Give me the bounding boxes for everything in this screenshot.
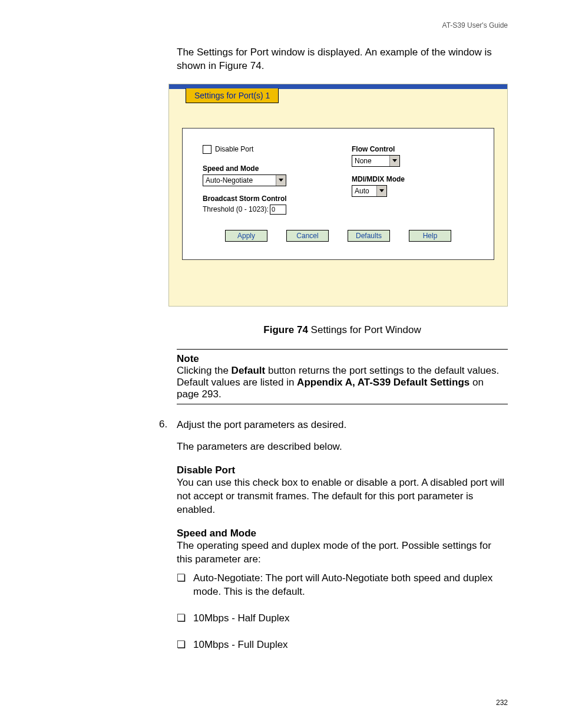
speed-mode-section: Speed and Mode The operating speed and d… <box>177 528 508 653</box>
window-inner: Disable Port Speed and Mode Auto-Negotia… <box>169 103 507 306</box>
flow-control-value: None <box>352 157 389 165</box>
note-body: Clicking the Default button returns the … <box>177 365 508 400</box>
figure-caption-rest: Settings for Port Window <box>308 324 421 335</box>
speed-mode-bullets: Auto-Negotiate: The port will Auto-Negot… <box>177 572 508 652</box>
mdi-select[interactable]: Auto <box>352 185 387 197</box>
speed-mode-select[interactable]: Auto-Negotiate <box>203 174 286 186</box>
mdi-value: Auto <box>352 187 376 195</box>
threshold-label: Threshold (0 - 1023): <box>203 205 269 213</box>
threshold-input[interactable]: 0 <box>270 205 286 215</box>
disable-port-row: Disable Port <box>203 145 352 154</box>
disable-port-checkbox[interactable] <box>203 145 211 154</box>
speed-mode-head: Speed and Mode <box>177 528 508 539</box>
flow-control-select[interactable]: None <box>352 155 400 167</box>
header-guide: AT-S39 User's Guide <box>54 21 508 29</box>
bullet-10-half: 10Mbps - Half Duplex <box>177 612 508 625</box>
right-column: Flow Control None MDI/MDIX Mode Auto <box>352 145 474 215</box>
bullet-auto-negotiate: Auto-Negotiate: The port will Auto-Negot… <box>177 572 508 599</box>
disable-port-section: Disable Port You can use this check box … <box>177 465 508 517</box>
settings-panel: Disable Port Speed and Mode Auto-Negotia… <box>182 128 494 260</box>
help-button[interactable]: Help <box>409 230 451 242</box>
note-default-bold: Default <box>232 365 266 376</box>
intro-paragraph: The Settings for Port window is displaye… <box>177 46 508 73</box>
disable-port-head: Disable Port <box>177 465 508 476</box>
note-appendix-bold: Appendix A, AT-S39 Default Settings <box>297 377 470 388</box>
mdi-label: MDI/MDIX Mode <box>352 175 474 183</box>
button-row: Apply Cancel Defaults Help <box>203 230 474 242</box>
step-line-1: Adjust the port parameters as desired. <box>177 419 508 432</box>
window-tab-title: Settings for Port(s) 1 <box>186 88 279 103</box>
page-number: 232 <box>496 699 508 707</box>
note-title: Note <box>177 353 508 365</box>
step-number: 6. <box>159 419 167 430</box>
figure-caption: Figure 74 Settings for Port Window <box>177 324 508 336</box>
chevron-down-icon <box>376 186 386 196</box>
cancel-button[interactable]: Cancel <box>286 230 329 242</box>
bsc-label: Broadcast Storm Control <box>203 195 352 203</box>
disable-port-body: You can use this check box to enable or … <box>177 476 508 517</box>
step-line-2: The parameters are described below. <box>177 440 508 454</box>
defaults-button[interactable]: Defaults <box>348 230 390 242</box>
note-pre: Clicking the <box>177 365 232 376</box>
bullet-10-full: 10Mbps - Full Duplex <box>177 638 508 652</box>
figure-74: Settings for Port(s) 1 Disable Port Spee… <box>168 84 508 307</box>
disable-port-label: Disable Port <box>215 145 253 153</box>
apply-button[interactable]: Apply <box>225 230 267 242</box>
window-tab-row: Settings for Port(s) 1 <box>169 89 507 103</box>
figure-caption-bold: Figure 74 <box>263 324 308 335</box>
left-column: Disable Port Speed and Mode Auto-Negotia… <box>203 145 352 215</box>
flow-control-label: Flow Control <box>352 145 474 153</box>
speed-mode-value: Auto-Negotiate <box>203 176 276 185</box>
window-outer: Settings for Port(s) 1 Disable Port Spee… <box>169 84 507 306</box>
speed-mode-label: Speed and Mode <box>203 164 352 173</box>
chevron-down-icon <box>389 156 399 166</box>
step-6: 6. Adjust the port parameters as desired… <box>177 419 508 454</box>
body-column: The Settings for Port window is displaye… <box>177 46 508 652</box>
speed-mode-body: The operating speed and duplex mode of t… <box>177 539 508 566</box>
chevron-down-icon <box>276 175 286 186</box>
threshold-row: Threshold (0 - 1023): 0 <box>203 205 352 215</box>
page: AT-S39 User's Guide The Settings for Por… <box>0 0 562 728</box>
note-block: Note Clicking the Default button returns… <box>177 349 508 404</box>
